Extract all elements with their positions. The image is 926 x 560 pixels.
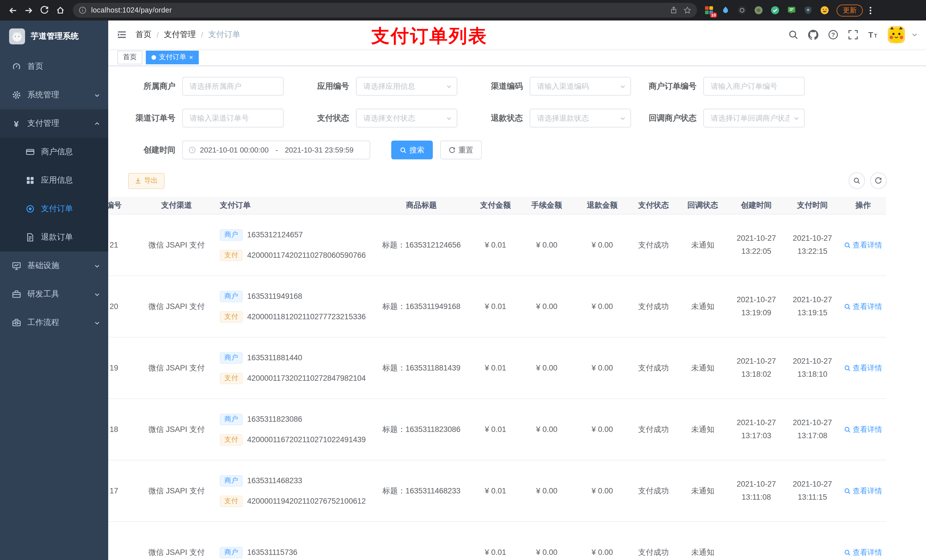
reset-button[interactable]: 重置 [440,140,482,159]
olive-circle-extension-icon[interactable] [754,5,764,15]
avatar[interactable] [888,26,905,43]
filter-input[interactable] [182,109,284,127]
filter-label: 所属商户 [118,81,182,91]
filter-input-field[interactable] [357,109,457,127]
filter-select[interactable] [356,77,457,96]
close-icon[interactable]: × [189,54,193,60]
sidebar: 芋道管理系统 首页 系统管理 ¥ 支付管理 [0,21,108,560]
extension-badge: 10 [710,12,717,18]
refresh-icon [449,146,455,153]
home-button[interactable] [52,2,68,18]
filter-select[interactable] [356,109,457,127]
filter-input-field[interactable] [704,77,804,95]
view-detail-link[interactable]: 查看详情 [844,486,882,496]
cell-pay-order: 商户1635311468233支付42000011942021102767521… [211,475,370,507]
emoji-profile-icon[interactable] [820,5,830,15]
reload-button[interactable] [36,2,52,18]
github-icon[interactable] [808,30,819,40]
dark-circle-extension-icon[interactable] [737,5,747,15]
site-info-icon[interactable] [79,6,86,14]
sidebar-item-refund-order[interactable]: 退款订单 [0,223,108,252]
share-icon[interactable] [670,6,678,14]
forward-icon [24,5,33,15]
bookmark-star-icon[interactable] [683,6,691,14]
avatar-caret-icon[interactable] [911,31,918,38]
green-check-extension-icon[interactable] [770,5,780,15]
date-start[interactable]: 2021-10-01 00:00:00 [200,146,268,154]
drop-extension-icon[interactable] [720,5,731,15]
extensions-grid-icon[interactable]: 10 [704,5,714,15]
filter-select[interactable] [530,77,631,96]
view-detail-link[interactable]: 查看详情 [844,301,882,312]
view-detail-link[interactable]: 查看详情 [844,424,882,435]
search-button[interactable]: 搜索 [391,140,433,159]
back-button[interactable] [5,2,21,18]
table-row: 18微信 JSAPI 支付商户1635311823086支付4200001167… [108,399,886,460]
sidebar-item-app-info[interactable]: 应用信息 [0,166,108,195]
filter-input-field[interactable] [704,109,804,127]
green-chat-extension-icon[interactable] [787,5,797,15]
tab-pay-order[interactable]: 支付订单 × [146,50,199,64]
cell-fee: ¥ 0.00 [518,302,575,311]
filter-select[interactable] [703,109,805,127]
cell-pay-order: 商户1635311949168支付42000011812021102777232… [211,291,370,322]
font-size-icon[interactable]: TT [868,30,878,40]
filter-input[interactable] [703,77,805,96]
cell-create-time: 2021-10-2713:19:09 [728,294,785,319]
dark-shield-extension-icon[interactable] [803,5,813,15]
payment-submenu: 商户信息 应用信息 支付订单 [0,138,108,252]
back-icon [8,5,17,15]
sidebar-item-infra[interactable]: 基础设施 [0,252,108,280]
refresh-table-button[interactable] [870,172,887,189]
sidebar-item-system[interactable]: 系统管理 [0,81,108,109]
filter-input-field[interactable] [530,77,631,95]
cell-id: 18 [108,425,142,434]
browser-menu-button[interactable] [867,4,874,16]
date-range-picker[interactable]: 2021-10-01 00:00:00 - 2021-10-31 23:59:5… [182,140,370,159]
search-icon [844,549,851,556]
column-header: 支付订单 [211,200,370,211]
sidebar-item-merchant-info[interactable]: 商户信息 [0,138,108,166]
cell-channel: 微信 JSAPI 支付 [142,424,211,435]
grid-icon [25,175,35,185]
filter-input-field[interactable] [183,109,283,127]
fullscreen-icon[interactable] [848,30,858,40]
sidebar-item-label: 支付订单 [41,204,73,214]
search-icon[interactable] [788,30,799,40]
breadcrumb-home[interactable]: 首页 [136,30,151,40]
date-end[interactable]: 2021-10-31 23:59:59 [285,146,353,154]
cell-status: 支付成功 [629,424,678,435]
forward-button[interactable] [21,2,36,18]
sidebar-item-dev-tools[interactable]: 研发工具 [0,280,108,308]
tab-home[interactable]: 首页 [117,50,142,64]
collapse-sidebar-button[interactable] [108,30,136,40]
filter-input-field[interactable] [530,109,631,127]
breadcrumb-payment[interactable]: 支付管理 [164,30,196,40]
table-toolbar: 导出 [128,172,887,189]
main-area: 首页 / 支付管理 / 支付订单 支付订单列表 ? [108,21,926,560]
sidebar-item-payment[interactable]: ¥ 支付管理 [0,109,108,138]
cell-refund: ¥ 0.00 [575,302,629,311]
export-button[interactable]: 导出 [128,173,165,189]
filter-input-field[interactable] [183,77,283,95]
filter-input-field[interactable] [357,77,457,95]
sidebar-item-workflow[interactable]: 工作流程 [0,308,108,337]
view-detail-link[interactable]: 查看详情 [844,363,882,373]
cell-amount: ¥ 0.01 [473,241,518,249]
sidebar-item-home[interactable]: 首页 [0,52,108,81]
filter-select[interactable] [530,109,631,127]
browser-update-button[interactable]: 更新 [837,4,863,16]
view-detail-link[interactable]: 查看详情 [844,240,882,250]
filter-input[interactable] [182,77,284,96]
help-icon[interactable]: ? [828,30,838,40]
logo-image [9,29,25,44]
view-detail-link[interactable]: 查看详情 [844,547,882,557]
app-logo[interactable]: 芋道管理系统 [0,21,108,52]
cell-status: 支付成功 [629,301,678,312]
url-bar[interactable]: localhost:1024/pay/order [73,3,697,18]
toggle-search-button[interactable] [849,172,865,189]
pay-order-no: 4200001174202110278060590766 [247,251,366,260]
breadcrumb: 首页 / 支付管理 / 支付订单 [136,30,240,40]
cell-pay-time: 2021-10-2713:22:15 [785,232,840,258]
sidebar-item-pay-order[interactable]: 支付订单 [0,195,108,223]
